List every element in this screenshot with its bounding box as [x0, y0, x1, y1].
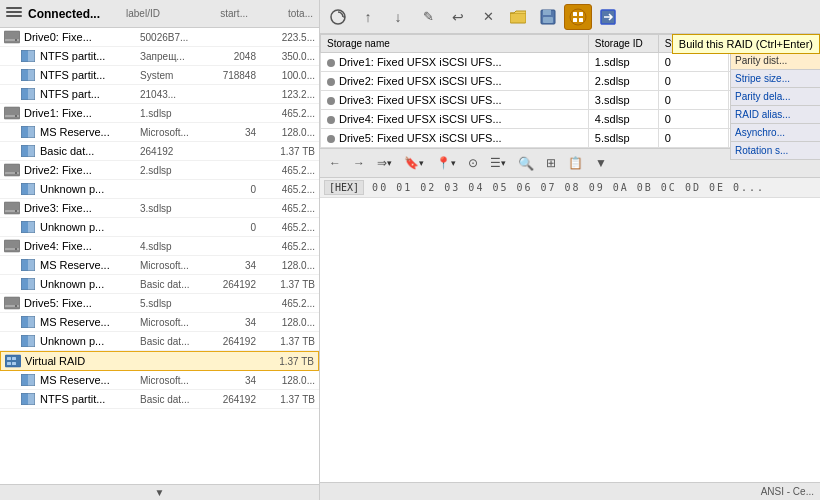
svg-rect-71: [573, 18, 577, 22]
prop-item-raid-alias[interactable]: RAID alias...: [731, 106, 820, 124]
move-down-button[interactable]: ↓: [384, 4, 412, 30]
svg-rect-6: [21, 69, 28, 81]
tree-item-drive4[interactable]: Drive4: Fixe...4.sdlsp465.2...: [0, 237, 319, 256]
item-text: NTFS partit...: [40, 69, 140, 81]
left-panel-title: Connected...: [28, 7, 100, 21]
item-label: Запрещ...: [140, 51, 205, 62]
svg-rect-66: [543, 10, 551, 15]
close-item-button[interactable]: ✕: [474, 4, 502, 30]
prop-item-async[interactable]: Asynchro...: [731, 124, 820, 142]
item-text: Unknown p...: [40, 335, 140, 347]
export-button[interactable]: [594, 4, 622, 30]
item-text: Drive5: Fixe...: [24, 297, 140, 309]
svg-rect-33: [4, 240, 20, 252]
drive-icon: [4, 239, 20, 253]
tree-item-msreserve4[interactable]: MS Reserve...Microsoft...34128.0...: [0, 371, 319, 390]
status-bar: ANSI - Ce...: [320, 482, 820, 500]
hex-content: [320, 198, 820, 482]
tree-item-ntfs2[interactable]: NTFS partit...System718848100.0...: [0, 66, 319, 85]
svg-rect-18: [21, 145, 28, 157]
drive-dot: [327, 116, 335, 124]
hex-search-button[interactable]: 🔍: [513, 151, 539, 175]
tree-item-ntfs4[interactable]: NTFS partit...Basic dat...2641921.37 TB: [0, 390, 319, 409]
open-folder-button[interactable]: [504, 4, 532, 30]
hex-jump-button[interactable]: ⇒▾: [372, 151, 397, 175]
tree-item-msreserve3[interactable]: MS Reserve...Microsoft...34128.0...: [0, 313, 319, 332]
drive-icon: [4, 163, 20, 177]
item-label: Basic dat...: [140, 279, 205, 290]
item-total: 128.0...: [260, 260, 315, 271]
drive-icon: [4, 296, 20, 310]
tree-item-ntfs1[interactable]: NTFS partit...Запрещ...2048350.0...: [0, 47, 319, 66]
item-total: 1.37 TB: [260, 146, 315, 157]
hex-clipboard-button[interactable]: 📋: [563, 151, 588, 175]
tooltip: Build this RAID (Ctrl+Enter): [672, 34, 820, 54]
item-label: 5.sdlsp: [140, 298, 205, 309]
prop-item-stripe-size[interactable]: Stripe size...: [731, 70, 820, 88]
scan-button[interactable]: [324, 4, 352, 30]
hex-label: [HEX]: [324, 180, 364, 195]
item-text: Unknown p...: [40, 183, 140, 195]
tree-item-unknown4[interactable]: Unknown p...Basic dat...2641921.37 TB: [0, 332, 319, 351]
item-total: 465.2...: [260, 184, 315, 195]
prop-item-parity-dist[interactable]: Parity dist...: [731, 52, 820, 70]
hex-copy-button[interactable]: ⊙: [463, 151, 483, 175]
raid-icon: [5, 354, 21, 368]
tree-item-ntfs3[interactable]: NTFS part...21043...123.2...: [0, 85, 319, 104]
tree-item-drive1[interactable]: Drive1: Fixe...1.sdlsp465.2...: [0, 104, 319, 123]
item-text: Drive4: Fixe...: [24, 240, 140, 252]
tree-item-unknown2[interactable]: Unknown p...0465.2...: [0, 218, 319, 237]
svg-rect-53: [12, 357, 16, 360]
tree-item-unknown1[interactable]: Unknown p...0465.2...: [0, 180, 319, 199]
hex-more-button[interactable]: ▼: [590, 151, 612, 175]
svg-point-68: [570, 9, 586, 25]
tree-item-drive0[interactable]: Drive0: Fixe...50026B7...223.5...: [0, 28, 319, 47]
svg-point-29: [15, 210, 17, 212]
storage-id-cell: 1.sdlsp: [588, 53, 658, 72]
menu-icon[interactable]: [6, 7, 22, 21]
tree-item-drive2[interactable]: Drive2: Fixe...2.sdlsp465.2...: [0, 161, 319, 180]
tree-item-msreserve1[interactable]: MS Reserve...Microsoft...34128.0...: [0, 123, 319, 142]
partition-icon: [20, 373, 36, 387]
item-label: 2.sdlsp: [140, 165, 205, 176]
item-label: Microsoft...: [140, 317, 205, 328]
move-up-button[interactable]: ↑: [354, 4, 382, 30]
storage-name-cell: Drive1: Fixed UFSX iSCSI UFS...: [321, 53, 589, 72]
item-label: Basic dat...: [140, 394, 205, 405]
tree-item-unknown3[interactable]: Unknown p...Basic dat...2641921.37 TB: [0, 275, 319, 294]
hex-forward-button[interactable]: →: [348, 151, 370, 175]
item-text: NTFS part...: [40, 88, 140, 100]
item-start: 264192: [205, 336, 260, 347]
left-panel: Connected... label/ID start... tota... D…: [0, 0, 320, 500]
item-label: Microsoft...: [140, 375, 205, 386]
svg-rect-4: [28, 50, 35, 62]
tree-item-virtualraid[interactable]: Virtual RAID1.37 TB: [0, 351, 319, 371]
scroll-down-button[interactable]: ▼: [0, 484, 319, 500]
item-total: 1.37 TB: [260, 279, 315, 290]
storage-id-cell: 2.sdlsp: [588, 72, 658, 91]
hex-location-button[interactable]: 📍▾: [431, 151, 461, 175]
hex-bookmark-button[interactable]: 🔖▾: [399, 151, 429, 175]
undo-button[interactable]: ↩: [444, 4, 472, 30]
save-button[interactable]: [534, 4, 562, 30]
hex-list-button[interactable]: ☰▾: [485, 151, 511, 175]
tree-item-drive3[interactable]: Drive3: Fixe...3.sdlsp465.2...: [0, 199, 319, 218]
prop-item-rotation[interactable]: Rotation s...: [731, 142, 820, 160]
item-label: 3.sdlsp: [140, 203, 205, 214]
item-label: 21043...: [140, 89, 205, 100]
drive-dot: [327, 59, 335, 67]
item-total: 1.37 TB: [260, 394, 315, 405]
tree-item-msreserve2[interactable]: MS Reserve...Microsoft...34128.0...: [0, 256, 319, 275]
start-sec-cell: 0: [658, 91, 728, 110]
prop-item-parity-delay[interactable]: Parity dela...: [731, 88, 820, 106]
build-raid-button[interactable]: [564, 4, 592, 30]
tree-item-drive5[interactable]: Drive5: Fixe...5.sdlsp465.2...: [0, 294, 319, 313]
item-text: Drive2: Fixe...: [24, 164, 140, 176]
hex-grid-button[interactable]: ⊞: [541, 151, 561, 175]
hex-back-button[interactable]: ←: [324, 151, 346, 175]
edit-button[interactable]: ✎: [414, 4, 442, 30]
storage-name-cell: Drive4: Fixed UFSX iSCSI UFS...: [321, 110, 589, 129]
svg-rect-9: [21, 88, 28, 100]
tree-item-basicdat1[interactable]: Basic dat...2641921.37 TB: [0, 142, 319, 161]
partition-icon: [20, 334, 36, 348]
